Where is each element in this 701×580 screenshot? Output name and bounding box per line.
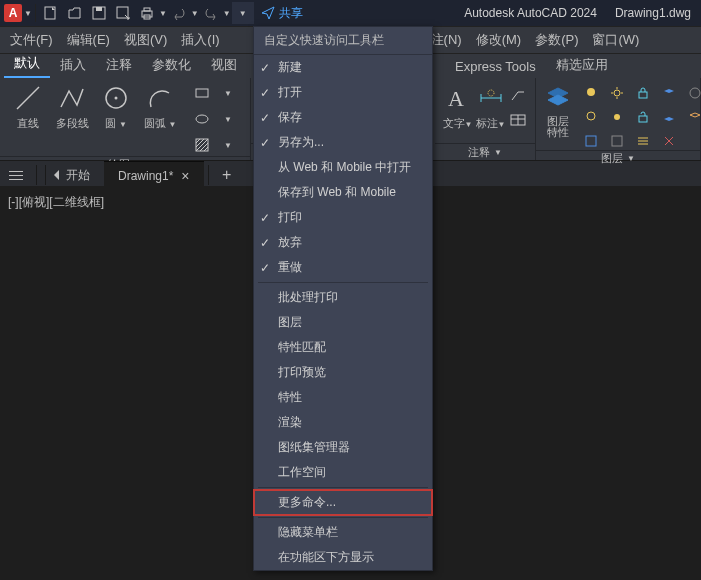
print-caret-icon[interactable]: ▼	[159, 9, 167, 18]
btn-draw-more2[interactable]: ▼	[217, 108, 239, 130]
menu-item[interactable]: 打印预览	[254, 360, 432, 385]
btn-layer-prop-label: 图层 特性	[547, 116, 569, 138]
filetab-add[interactable]: +	[213, 161, 241, 189]
menu-item[interactable]: 图纸集管理器	[254, 435, 432, 460]
menu-item[interactable]: 更多命令...	[254, 490, 432, 515]
menu-item[interactable]: 从 Web 和 Mobile 中打开	[254, 155, 432, 180]
ellipse-icon[interactable]	[191, 108, 213, 130]
btn-dim[interactable]: 标注▼	[474, 82, 507, 131]
undo-caret-icon[interactable]: ▼	[191, 9, 199, 18]
menu-item[interactable]: 保存到 Web 和 Mobile	[254, 180, 432, 205]
tab-annotate[interactable]: 注释	[96, 52, 142, 78]
layer-state-icon[interactable]	[684, 82, 701, 104]
menu-item[interactable]: 保存	[254, 105, 432, 130]
btn-arc-label: 圆弧 ▼	[144, 116, 177, 131]
tab-view[interactable]: 视图	[201, 52, 247, 78]
btn-polyline[interactable]: 多段线	[50, 82, 94, 131]
qat-redo-icon[interactable]	[200, 2, 222, 24]
menu-modify[interactable]: 修改(M)	[476, 31, 522, 49]
menu-file[interactable]: 文件(F)	[10, 31, 53, 49]
rectangle-icon[interactable]	[191, 82, 213, 104]
svg-rect-33	[612, 136, 622, 146]
btn-arc[interactable]: 圆弧 ▼	[138, 82, 182, 131]
viewport-label[interactable]: [-][俯视][二维线框]	[8, 194, 104, 211]
btn-text-label: 文字▼	[443, 116, 473, 131]
layer-merge-icon[interactable]	[632, 130, 654, 152]
filetab-menu-icon[interactable]	[0, 161, 32, 189]
tab-param[interactable]: 参数化	[142, 52, 201, 78]
qat-customize-icon[interactable]: ▼	[232, 2, 254, 24]
menu-item[interactable]: 隐藏菜单栏	[254, 520, 432, 545]
hatch-icon[interactable]	[191, 134, 213, 156]
layer-thaw-icon[interactable]	[606, 106, 628, 128]
qat-undo-icon[interactable]	[168, 2, 190, 24]
qat-print-icon[interactable]	[136, 2, 158, 24]
menu-item[interactable]: 特性匹配	[254, 335, 432, 360]
tab-express[interactable]: Express Tools	[445, 55, 546, 78]
menu-view[interactable]: 视图(V)	[124, 31, 167, 49]
table-icon[interactable]	[507, 109, 529, 131]
menu-separator	[258, 517, 428, 518]
unlock-icon[interactable]	[632, 106, 654, 128]
layer-delete-icon[interactable]	[658, 130, 680, 152]
svg-point-9	[115, 97, 118, 100]
svg-rect-5	[144, 8, 150, 11]
menu-separator	[258, 282, 428, 283]
menu-param[interactable]: 参数(P)	[535, 31, 578, 49]
btn-dim-label: 标注▼	[476, 116, 506, 131]
qat-menu-body: 新建打开保存另存为...从 Web 和 Mobile 中打开保存到 Web 和 …	[254, 55, 432, 570]
tab-featured[interactable]: 精选应用	[546, 52, 618, 78]
redo-caret-icon[interactable]: ▼	[223, 9, 231, 18]
share-button[interactable]: 共享	[261, 5, 303, 22]
menu-item[interactable]: 放弃	[254, 230, 432, 255]
layer-isolate-icon[interactable]	[580, 130, 602, 152]
panel-layers-title[interactable]: 图层 ▼	[536, 150, 700, 166]
layer-make-current-icon[interactable]	[658, 82, 680, 104]
layer-prev-icon[interactable]	[684, 106, 701, 128]
layer-off-icon[interactable]	[580, 106, 602, 128]
menu-item[interactable]: 图层	[254, 310, 432, 335]
filetab-sep	[36, 165, 37, 185]
btn-layer-prop[interactable]: 图层 特性	[542, 82, 574, 138]
menu-item[interactable]: 在功能区下方显示	[254, 545, 432, 570]
bulb-on-icon[interactable]	[580, 82, 602, 104]
btn-draw-more[interactable]: ▼	[217, 82, 239, 104]
layer-match-icon[interactable]	[658, 106, 680, 128]
menu-item[interactable]: 工作空间	[254, 460, 432, 485]
qat-save-icon[interactable]	[88, 2, 110, 24]
app-badge[interactable]: A	[4, 4, 22, 22]
qat-saveas-icon[interactable]	[112, 2, 134, 24]
tab-default[interactable]: 默认	[4, 50, 50, 78]
close-icon[interactable]: ×	[181, 168, 189, 184]
menu-item[interactable]: 批处理打印	[254, 285, 432, 310]
menu-item[interactable]: 渲染	[254, 410, 432, 435]
qat-menu-title: 自定义快速访问工具栏	[254, 27, 432, 55]
menu-edit[interactable]: 编辑(E)	[67, 31, 110, 49]
layer-unisolate-icon[interactable]	[606, 130, 628, 152]
circle-icon	[100, 82, 132, 114]
leader-icon[interactable]	[507, 84, 529, 106]
svg-text:A: A	[448, 86, 464, 111]
panel-annotate-title[interactable]: 注释 ▼	[435, 143, 535, 160]
menu-item[interactable]: 打印	[254, 205, 432, 230]
filetab-start[interactable]: 开始	[50, 161, 104, 189]
menu-item[interactable]: 重做	[254, 255, 432, 280]
btn-draw-more3[interactable]: ▼	[217, 134, 239, 156]
menu-window[interactable]: 窗口(W)	[592, 31, 639, 49]
lock-icon[interactable]	[632, 82, 654, 104]
menu-item[interactable]: 新建	[254, 55, 432, 80]
menu-insert[interactable]: 插入(I)	[181, 31, 219, 49]
sun-icon[interactable]	[606, 82, 628, 104]
menu-item[interactable]: 另存为...	[254, 130, 432, 155]
qat-new-icon[interactable]	[40, 2, 62, 24]
btn-circle-label: 圆 ▼	[105, 116, 127, 131]
filetab-active-label: Drawing1*	[118, 169, 173, 183]
qat-open-icon[interactable]	[64, 2, 86, 24]
app-menu-caret-icon[interactable]: ▼	[24, 9, 32, 18]
menu-item[interactable]: 打开	[254, 80, 432, 105]
btn-line[interactable]: 直线	[6, 82, 50, 131]
btn-text[interactable]: A 文字▼	[441, 82, 474, 131]
tab-insert[interactable]: 插入	[50, 52, 96, 78]
btn-circle[interactable]: 圆 ▼	[94, 82, 138, 131]
menu-item[interactable]: 特性	[254, 385, 432, 410]
